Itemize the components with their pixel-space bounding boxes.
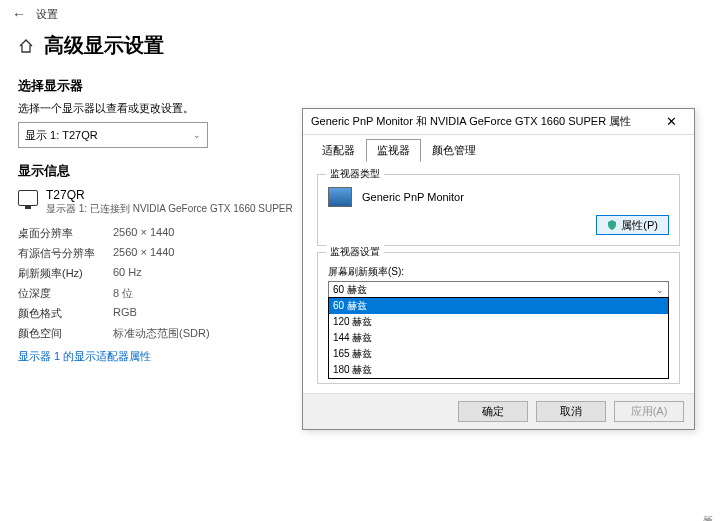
info-key: 有源信号分辨率 [18,246,113,261]
ok-button[interactable]: 确定 [458,401,528,422]
info-key: 桌面分辨率 [18,226,113,241]
monitor-image-icon [328,187,352,207]
refresh-option[interactable]: 144 赫兹 [329,330,668,346]
page-title: 高级显示设置 [44,32,164,59]
monitor-icon [18,190,38,206]
info-value: RGB [113,306,137,321]
back-button[interactable]: ← [12,6,26,22]
info-value: 2560 × 1440 [113,246,174,261]
monitor-sub: 显示器 1: 已连接到 NVIDIA GeForce GTX 1660 SUPE… [46,202,293,216]
cancel-button[interactable]: 取消 [536,401,606,422]
dialog-title: Generic PnP Monitor 和 NVIDIA GeForce GTX… [311,114,631,129]
settings-crumb: 设置 [36,7,58,22]
chevron-down-icon: ⌄ [656,285,664,295]
refresh-option[interactable]: 180 赫兹 [329,362,668,378]
close-button[interactable]: ✕ [656,114,686,129]
refresh-option[interactable]: 165 赫兹 [329,346,668,362]
info-key: 位深度 [18,286,113,301]
refresh-rate-list: 60 赫兹120 赫兹144 赫兹165 赫兹180 赫兹 [328,297,669,379]
refresh-option[interactable]: 120 赫兹 [329,314,668,330]
chevron-down-icon: ⌄ [193,130,201,140]
monitor-name: T27QR [46,188,293,202]
refresh-rate-value: 60 赫兹 [333,283,367,297]
home-icon [18,38,34,54]
refresh-option[interactable]: 60 赫兹 [329,298,668,314]
group-monitor-type: 监视器类型 [326,167,384,181]
info-key: 颜色空间 [18,326,113,341]
info-value: 2560 × 1440 [113,226,174,241]
tab-1[interactable]: 监视器 [366,139,421,162]
refresh-rate-label: 屏幕刷新频率(S): [328,265,669,279]
properties-dialog: Generic PnP Monitor 和 NVIDIA GeForce GTX… [302,108,695,430]
group-monitor-settings: 监视器设置 [326,245,384,259]
watermark: 新浪众测 [700,507,714,515]
tab-0[interactable]: 适配器 [311,139,366,162]
refresh-rate-dropdown[interactable]: 60 赫兹 ⌄ [328,281,669,298]
apply-button[interactable]: 应用(A) [614,401,684,422]
info-value: 标准动态范围(SDR) [113,326,210,341]
tab-2[interactable]: 颜色管理 [421,139,487,162]
monitor-type-value: Generic PnP Monitor [362,191,464,203]
selector-heading: 选择显示器 [18,77,702,95]
display-select[interactable]: 显示 1: T27QR ⌄ [18,122,208,148]
display-select-value: 显示 1: T27QR [25,128,98,143]
shield-icon [607,220,617,230]
info-value: 8 位 [113,286,133,301]
properties-button[interactable]: 属性(P) [596,215,669,235]
info-key: 刷新频率(Hz) [18,266,113,281]
info-key: 颜色格式 [18,306,113,321]
info-value: 60 Hz [113,266,142,281]
